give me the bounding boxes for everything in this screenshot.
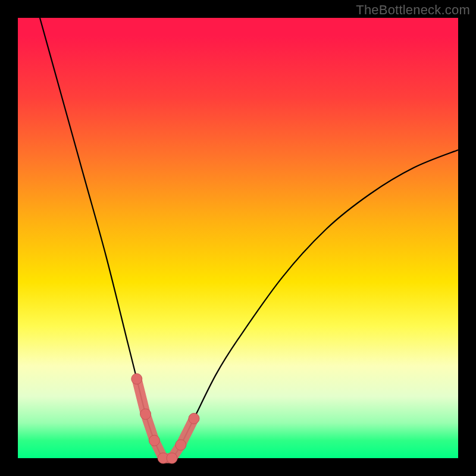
marker-dot [140, 409, 151, 419]
marker-dot [167, 453, 177, 464]
marker-dot [149, 435, 159, 446]
marker-group [131, 374, 199, 464]
marker-dot [131, 374, 142, 384]
bottleneck-curve [40, 18, 458, 460]
watermark-text: TheBottleneck.com [356, 2, 470, 18]
marker-dot [189, 413, 199, 424]
curve-layer [18, 18, 458, 458]
chart-frame: TheBottleneck.com [0, 0, 476, 476]
plot-area [18, 18, 458, 458]
bottleneck-curve-path [40, 18, 458, 460]
marker-dot [176, 440, 186, 450]
